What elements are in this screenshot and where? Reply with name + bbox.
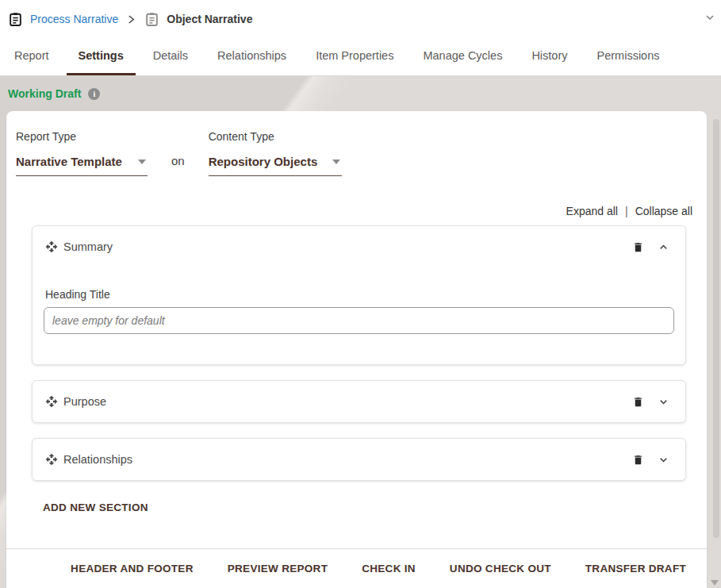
breadcrumb-current: Object Narrative bbox=[167, 13, 252, 25]
content-type-group: Content Type Repository Objects bbox=[209, 130, 342, 176]
info-icon[interactable]: i bbox=[88, 88, 100, 100]
section-purpose: Purpose bbox=[32, 380, 686, 423]
section-relationships-header[interactable]: Relationships bbox=[33, 439, 685, 480]
expand-collapse-row: Expand all | Collapse all bbox=[16, 205, 692, 217]
link-separator: | bbox=[625, 205, 628, 217]
settings-panel: Report Type Narrative Template on Conten… bbox=[6, 111, 707, 588]
section-summary-header[interactable]: Summary bbox=[33, 226, 685, 267]
tab-report[interactable]: Report bbox=[2, 38, 61, 75]
collapse-all-link[interactable]: Collapse all bbox=[635, 205, 692, 217]
tab-item-properties[interactable]: Item Properties bbox=[304, 38, 405, 75]
heading-title-label: Heading Title bbox=[45, 288, 674, 301]
tab-details[interactable]: Details bbox=[141, 38, 200, 75]
clipboard-icon bbox=[8, 12, 23, 27]
trash-icon[interactable] bbox=[632, 453, 644, 467]
header-and-footer-button[interactable]: HEADER AND FOOTER bbox=[71, 563, 194, 575]
section-summary-body: Heading Title bbox=[33, 267, 685, 364]
tab-manage-cycles[interactable]: Manage Cycles bbox=[411, 38, 514, 75]
tab-history[interactable]: History bbox=[520, 38, 579, 75]
undo-check-out-button[interactable]: UNDO CHECK OUT bbox=[450, 563, 551, 575]
report-type-dropdown[interactable]: Narrative Template bbox=[16, 143, 148, 176]
status-badge: Working Draft bbox=[8, 87, 81, 100]
conjunction-text: on bbox=[148, 154, 209, 176]
caret-down-icon bbox=[332, 159, 340, 164]
clipboard-icon bbox=[144, 12, 159, 27]
breadcrumb: Process Narrative Object Narrative bbox=[0, 0, 721, 38]
tab-permissions[interactable]: Permissions bbox=[585, 38, 672, 75]
content-type-label: Content Type bbox=[209, 130, 342, 143]
trash-icon[interactable] bbox=[632, 240, 644, 254]
preview-report-button[interactable]: PREVIEW REPORT bbox=[228, 563, 328, 575]
section-purpose-header[interactable]: Purpose bbox=[33, 381, 685, 422]
chevron-up-icon[interactable] bbox=[658, 241, 669, 253]
move-icon[interactable] bbox=[45, 240, 58, 253]
report-type-value: Narrative Template bbox=[16, 155, 122, 168]
check-in-button[interactable]: CHECK IN bbox=[362, 563, 416, 575]
trash-icon[interactable] bbox=[632, 395, 644, 409]
move-icon[interactable] bbox=[45, 395, 58, 408]
tab-settings[interactable]: Settings bbox=[67, 38, 136, 75]
breadcrumb-parent-link[interactable]: Process Narrative bbox=[30, 13, 118, 25]
caret-down-icon bbox=[138, 159, 146, 164]
report-type-group: Report Type Narrative Template bbox=[16, 130, 148, 176]
scrollbar-thumb[interactable] bbox=[713, 119, 719, 538]
section-summary: Summary Heading Title bbox=[32, 225, 686, 365]
scrollbar-down-arrow[interactable] bbox=[711, 580, 719, 586]
content-type-dropdown[interactable]: Repository Objects bbox=[209, 143, 342, 176]
tab-relationships[interactable]: Relationships bbox=[205, 38, 298, 75]
type-selectors-row: Report Type Narrative Template on Conten… bbox=[16, 130, 692, 176]
section-title: Relationships bbox=[63, 453, 132, 466]
chevron-down-icon[interactable] bbox=[704, 11, 716, 24]
footer-actions: HEADER AND FOOTER PREVIEW REPORT CHECK I… bbox=[6, 548, 707, 588]
transfer-draft-button[interactable]: TRANSFER DRAFT bbox=[585, 563, 686, 575]
section-title: Summary bbox=[63, 240, 113, 253]
section-relationships: Relationships bbox=[32, 438, 686, 481]
heading-title-input[interactable] bbox=[44, 307, 674, 334]
move-icon[interactable] bbox=[45, 453, 58, 466]
status-bar: Working Draft i bbox=[0, 76, 721, 111]
chevron-right-icon bbox=[128, 15, 135, 24]
add-new-section-button[interactable]: ADD NEW SECTION bbox=[43, 502, 148, 513]
tab-bar: Report Settings Details Relationships It… bbox=[0, 38, 721, 76]
chevron-down-icon[interactable] bbox=[658, 396, 669, 408]
expand-all-link[interactable]: Expand all bbox=[566, 205, 618, 217]
report-type-label: Report Type bbox=[16, 130, 148, 143]
content-type-value: Repository Objects bbox=[209, 155, 318, 168]
header: Process Narrative Object Narrative Repor… bbox=[0, 0, 721, 76]
section-title: Purpose bbox=[63, 395, 106, 408]
chevron-down-icon[interactable] bbox=[658, 454, 669, 466]
